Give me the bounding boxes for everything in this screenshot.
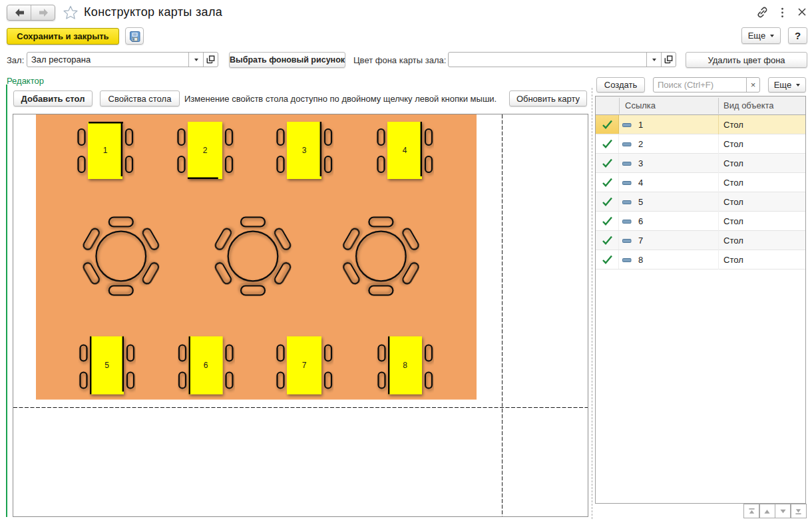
svg-text:3: 3: [302, 146, 307, 155]
svg-text:1: 1: [103, 146, 108, 155]
svg-text:4: 4: [403, 146, 407, 155]
svg-text:5: 5: [104, 361, 109, 370]
svg-text:6: 6: [204, 361, 208, 370]
svg-text:8: 8: [403, 361, 407, 370]
svg-text:7: 7: [302, 361, 307, 370]
svg-text:2: 2: [203, 146, 208, 155]
